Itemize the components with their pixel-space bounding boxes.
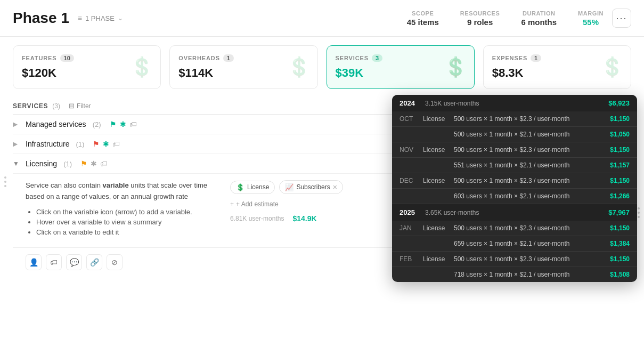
chevron-right-icon-2[interactable]: ▶ [13, 140, 21, 148]
card-expenses[interactable]: EXPENSES 1 $8.3K 💲 [483, 45, 631, 89]
services-section-title: SERVICES [13, 102, 48, 110]
infrastructure-name: Infrastructure [26, 140, 69, 148]
tooltip-row-oct-1: OCT License 500 users × 1 month × $2.3 /… [392, 111, 637, 127]
description-text: Service can also contain variable units … [26, 180, 217, 203]
val-jan-2: $1,384 [610, 240, 630, 247]
desc-dec-2: 603 users × 1 month × $2.1 / user-month [454, 192, 606, 200]
services-icon: 💲 [444, 56, 468, 78]
summary-2025: 3.65K user-months [425, 209, 604, 216]
asterisk-icon-2: ✱ [103, 140, 109, 148]
flag-icon-red: ⚑ [93, 140, 100, 148]
month-dec: DEC [400, 177, 419, 184]
card-overheads[interactable]: OVERHEADS 1 $114K 💲 [169, 45, 317, 89]
left-sidebar-dots [4, 176, 6, 187]
margin-value: 55% [583, 18, 599, 27]
right-sidebar-dots [638, 207, 640, 218]
bullet-1: Click on the variable icon (arrow) to ad… [36, 208, 217, 216]
val-nov-1: $1,150 [610, 146, 630, 154]
tooltip-row-jan-1: JAN License 500 users × 1 month × $2.3 /… [392, 221, 637, 236]
flag-icon-orange: ⚑ [80, 159, 87, 168]
desc-jan-2: 659 users × 1 month × $2.1 / user-month [454, 240, 606, 247]
tooltip-row-feb-1: FEB License 500 users × 1 month × $2.3 /… [392, 252, 637, 267]
chevron-right-icon[interactable]: ▶ [13, 120, 21, 128]
licensing-num: (1) [63, 160, 72, 168]
managed-services-icons: ⚑ ✱ 🏷 [110, 120, 137, 128]
licensing-name: Licensing [26, 159, 57, 168]
overheads-badge: 1 [223, 54, 234, 62]
stat-duration: DURATION 6 months [521, 10, 557, 27]
amount-2024: $6,923 [608, 99, 630, 107]
phase-meta-text: 1 PHASE [85, 14, 115, 22]
tooltip-row-dec-1: DEC License 500 users × 1 month × $2.3 /… [392, 173, 637, 189]
main-container: Phase 1 ≡ 1 PHASE ⌄ SCOPE 45 items RESOU… [0, 0, 644, 363]
services-label: SERVICES [336, 55, 369, 61]
subscribers-chip-label: Subscribers [296, 183, 330, 191]
tag-button[interactable]: 🏷 [46, 254, 62, 270]
flag-icon: ⚑ [110, 120, 117, 128]
desc-dec-1: 500 users × 1 month × $2.3 / user-month [454, 177, 606, 184]
expanded-description: Service can also contain variable units … [26, 180, 217, 238]
scope-value: 45 items [407, 18, 439, 27]
filter-button[interactable]: ⊟ Filter [69, 102, 91, 110]
header-stats: SCOPE 45 items RESOURCES 9 roles DURATIO… [407, 10, 604, 27]
bullet-3: Click on a variable to edit it [36, 228, 217, 236]
overheads-icon: 💲 [287, 56, 311, 78]
desc-oct-1: 500 users × 1 month × $2.3 / user-month [454, 115, 606, 123]
stat-margin: MARGIN 55% [578, 10, 604, 27]
scope-label: SCOPE [412, 10, 434, 17]
cards-row: FEATURES 10 $120K 💲 OVERHEADS 1 $114K 💲 … [0, 37, 644, 98]
license-chip-icon: 💲 [236, 183, 244, 191]
type-jan-1: License [423, 224, 450, 232]
tooltip-year-2024: 2024 3.15K user-months $6,923 [392, 95, 637, 111]
tooltip-row-feb-2: 718 users × 1 month × $2.1 / user-month … [392, 267, 637, 282]
month-nov: NOV [400, 146, 419, 154]
managed-services-name: Managed services [26, 120, 86, 128]
chevron-down-icon-licensing[interactable]: ▼ [13, 160, 21, 167]
desc-feb-1: 500 users × 1 month × $2.3 / user-month [454, 255, 606, 263]
type-feb-1: License [423, 255, 450, 263]
add-estimate-label: + Add estimate [236, 200, 279, 208]
desc-oct-2: 500 users × 1 month × $2.1 / user-month [454, 131, 606, 138]
services-badge: 3 [372, 54, 382, 62]
summary-2024: 3.15K user-months [425, 100, 604, 107]
remove-subscribers-icon[interactable]: × [333, 183, 337, 191]
month-feb: FEB [400, 255, 419, 263]
features-badge: 10 [60, 54, 74, 62]
tooltip-year-2025: 2025 3.65K user-months $7,967 [392, 204, 637, 221]
stat-resources: RESOURCES 9 roles [460, 10, 500, 27]
tag-icon-2: 🏷 [112, 140, 120, 148]
avatar-button[interactable]: 👤 [26, 254, 42, 270]
block-button[interactable]: ⊘ [107, 254, 123, 270]
licensing-icons: ⚑ ✱ 🏷 [80, 159, 108, 168]
card-services[interactable]: SERVICES 3 $39K 💲 [327, 45, 475, 89]
link-button[interactable]: 🔗 [86, 254, 102, 270]
services-section-count: (3) [52, 102, 60, 110]
val-oct-1: $1,150 [610, 115, 630, 123]
resources-value: 9 roles [467, 18, 493, 27]
val-oct-2: $1,050 [610, 131, 630, 138]
val-nov-2: $1,157 [610, 162, 630, 169]
overheads-label: OVERHEADS [178, 55, 220, 61]
card-features[interactable]: FEATURES 10 $120K 💲 [13, 45, 161, 89]
tag-icon: 🏷 [129, 120, 137, 128]
tooltip-popup: 2024 3.15K user-months $6,923 OCT Licens… [392, 95, 637, 282]
more-button[interactable]: ··· [612, 9, 631, 28]
comment-button[interactable]: 💬 [66, 254, 82, 270]
val-feb-1: $1,150 [610, 255, 630, 263]
tooltip-row-nov-2: 551 users × 1 month × $2.1 / user-month … [392, 158, 637, 173]
subscribers-chip[interactable]: 📈 Subscribers × [279, 180, 343, 194]
expenses-badge: 1 [531, 54, 541, 62]
license-chip[interactable]: 💲 License [230, 181, 275, 194]
infrastructure-num: (1) [76, 140, 84, 148]
tooltip-row-nov-1: NOV License 500 users × 1 month × $2.3 /… [392, 142, 637, 158]
managed-services-num: (2) [93, 120, 101, 128]
desc-jan-1: 500 users × 1 month × $2.3 / user-month [454, 224, 606, 232]
desc-nov-1: 500 users × 1 month × $2.3 / user-month [454, 146, 606, 154]
license-chip-label: License [247, 183, 269, 191]
stat-scope: SCOPE 45 items [407, 10, 439, 27]
margin-label: MARGIN [578, 10, 604, 17]
val-feb-2: $1,508 [610, 271, 630, 278]
desc-feb-2: 718 users × 1 month × $2.1 / user-month [454, 271, 606, 278]
expenses-label: EXPENSES [492, 55, 527, 61]
features-icon: 💲 [130, 56, 154, 78]
